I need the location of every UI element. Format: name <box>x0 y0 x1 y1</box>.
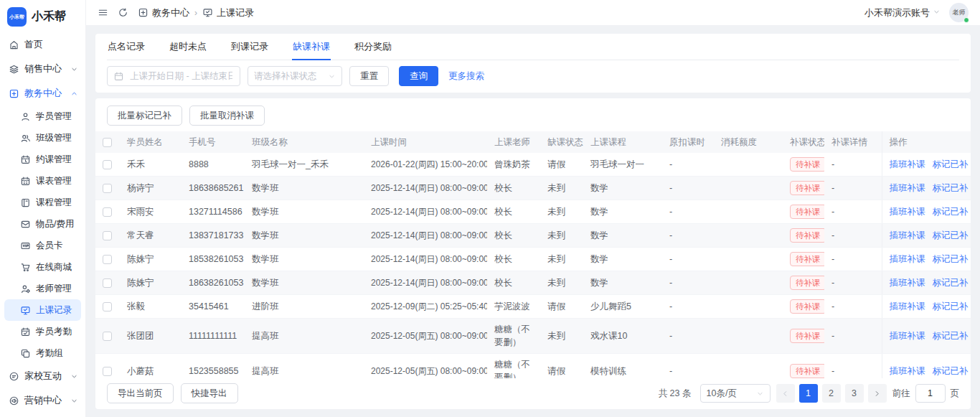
tab-roll-call-records[interactable]: 点名记录 <box>107 34 146 60</box>
account-name: 小禾帮演示账号 <box>864 6 930 19</box>
row-checkbox[interactable] <box>103 278 112 288</box>
page-size-select[interactable]: 10条/页 <box>700 384 771 403</box>
mark-made-up-link[interactable]: 标记已补 <box>933 182 969 195</box>
phone-cell: 11111111111 <box>182 319 245 354</box>
row-checkbox[interactable] <box>103 367 112 376</box>
insert-class-makeup-link[interactable]: 插班补课 <box>890 329 925 342</box>
row-checkbox[interactable] <box>103 332 112 341</box>
table-row: 陈姝宁18638261053数学班2025-12-14(周日) 08:00~09… <box>95 271 971 295</box>
table-row: 宋雨安13271114586数学班2025-12-14(周日) 08:00~09… <box>95 200 971 224</box>
row-select-cell <box>95 153 120 177</box>
sidebar-item-student-management[interactable]: 学员管理 <box>4 106 81 127</box>
calendar-grid-icon <box>20 176 31 187</box>
date-range-input[interactable] <box>128 70 234 82</box>
insert-class-makeup-link[interactable]: 插班补课 <box>890 276 925 289</box>
phone-cell: 13271114586 <box>182 200 245 224</box>
prev-page-button[interactable] <box>776 384 795 403</box>
page-button-3[interactable]: 3 <box>845 384 864 403</box>
sidebar-item-online-shop[interactable]: 在线商城 <box>4 256 81 278</box>
sidebar-item-home[interactable]: 首页 <box>4 32 81 57</box>
mark-made-up-link[interactable]: 标记已补 <box>933 365 969 378</box>
sidebar-item-school-home-interaction[interactable]: 家校互动 <box>4 364 81 388</box>
sidebar-item-timetable-management[interactable]: 课表管理 <box>4 170 81 192</box>
total-count: 共 23 条 <box>659 388 692 400</box>
topbar: 教务中心›上课记录 小禾帮演示账号 老师 <box>86 0 980 26</box>
date-range-picker[interactable] <box>107 66 240 86</box>
hamburger-icon[interactable] <box>98 7 108 18</box>
batch-mark-made-up-button[interactable]: 批量标记已补 <box>107 106 182 126</box>
sidebar-item-label: 考勤组 <box>36 347 63 360</box>
mark-made-up-link[interactable]: 标记已补 <box>933 229 969 242</box>
breadcrumb-item[interactable]: 上课记录 <box>202 6 254 19</box>
column-header: 消耗额度 <box>714 131 783 153</box>
mark-made-up-link[interactable]: 标记已补 <box>933 276 969 289</box>
page-button-2[interactable]: 2 <box>822 384 841 403</box>
makeup-status-badge: 待补课 <box>790 329 824 343</box>
mark-made-up-link[interactable]: 标记已补 <box>933 253 969 266</box>
mark-made-up-link[interactable]: 标记已补 <box>933 205 969 218</box>
avatar-text: 老师 <box>953 8 966 17</box>
refresh-icon[interactable] <box>118 7 128 18</box>
insert-class-makeup-link[interactable]: 插班补课 <box>890 300 925 313</box>
insert-class-makeup-link[interactable]: 插班补课 <box>890 229 925 242</box>
sidebar-item-booking-management[interactable]: 约课管理 <box>4 149 81 170</box>
makeup-status-cell: 待补课 <box>783 295 824 319</box>
select-all-checkbox[interactable] <box>103 138 112 147</box>
sidebar-item-label: 首页 <box>24 38 43 51</box>
insert-class-makeup-link[interactable]: 插班补课 <box>890 205 925 218</box>
sidebar-item-class-management[interactable]: 班级管理 <box>4 127 81 149</box>
sidebar-item-class-records[interactable]: 上课记录 <box>4 299 81 321</box>
row-checkbox[interactable] <box>103 184 112 193</box>
sidebar-item-sales-center[interactable]: 销售中心 <box>4 57 81 81</box>
tab-overtime-not-called[interactable]: 超时未点 <box>169 34 207 60</box>
batch-cancel-makeup-button[interactable]: 批量取消补课 <box>189 106 265 126</box>
sidebar-item-academic-center[interactable]: 教务中心 <box>4 81 81 106</box>
sidebar-item-student-attendance[interactable]: 学员考勤 <box>4 321 81 342</box>
makeup-detail-cell: - <box>824 224 882 248</box>
class-time-cell: 2025-12-14(周日) 08:00~09:00 <box>364 248 487 271</box>
quick-export-button[interactable]: 快捷导出 <box>181 383 238 403</box>
makeup-status-select[interactable]: 请选择补课状态 <box>248 66 342 86</box>
mark-made-up-link[interactable]: 标记已补 <box>933 300 969 313</box>
column-header: 操作 <box>882 131 971 153</box>
reset-button[interactable]: 重置 <box>349 66 389 86</box>
column-header: 补课状态 <box>783 131 824 153</box>
row-checkbox[interactable] <box>103 255 112 264</box>
tab-missed-makeup[interactable]: 缺课补课 <box>292 34 331 60</box>
goto-page-input[interactable] <box>915 384 946 403</box>
table-row: 陈姝宁18538261053数学班2025-12-14(周日) 08:00~09… <box>95 248 971 271</box>
account-dropdown[interactable]: 小禾帮演示账号 <box>864 6 941 19</box>
row-checkbox[interactable] <box>103 231 112 240</box>
tab-points-reward[interactable]: 积分奖励 <box>354 34 392 60</box>
sidebar-item-marketing-center[interactable]: 营销中心 <box>4 388 81 413</box>
breadcrumb-item[interactable]: 教务中心 <box>138 6 189 19</box>
absence-status-cell: 未到 <box>540 177 583 200</box>
mark-made-up-link[interactable]: 标记已补 <box>933 158 969 171</box>
insert-class-makeup-link[interactable]: 插班补课 <box>890 158 925 171</box>
row-checkbox[interactable] <box>103 160 112 169</box>
more-search-link[interactable]: 更多搜索 <box>448 70 484 83</box>
sidebar-item-attendance-group[interactable]: 考勤组 <box>4 342 81 364</box>
sidebar-item-course-management[interactable]: 课程管理 <box>4 192 81 213</box>
sidebar-item-membership-card[interactable]: 会员卡 <box>4 235 81 256</box>
insert-class-makeup-link[interactable]: 插班补课 <box>890 182 925 195</box>
export-current-page-button[interactable]: 导出当前页 <box>107 383 174 403</box>
student-name-cell: 小蘑菇 <box>120 354 182 379</box>
mark-made-up-link[interactable]: 标记已补 <box>933 329 969 342</box>
teacher-cell: 糖糖（不要删） <box>487 319 540 354</box>
sidebar-item-items-fees[interactable]: 物品/费用 <box>4 213 81 235</box>
insert-class-makeup-link[interactable]: 插班补课 <box>890 365 925 378</box>
row-checkbox[interactable] <box>103 207 112 217</box>
breadcrumb: 教务中心›上课记录 <box>138 6 254 19</box>
avatar[interactable]: 老师 <box>949 3 969 22</box>
page-button-1[interactable]: 1 <box>799 384 818 403</box>
column-header: 上课时间 <box>364 131 487 153</box>
tab-arrival-records[interactable]: 到课记录 <box>230 34 269 60</box>
search-button[interactable]: 查询 <box>399 66 438 86</box>
table-row: 禾禾8888羽毛球一对一_禾禾2026-01-22(周四) 15:00~20:0… <box>95 153 971 177</box>
row-checkbox[interactable] <box>103 302 112 311</box>
next-page-button[interactable] <box>868 384 887 403</box>
sidebar-item-teacher-management[interactable]: 老师管理 <box>4 278 81 299</box>
row-select-cell <box>95 295 120 319</box>
insert-class-makeup-link[interactable]: 插班补课 <box>890 253 925 266</box>
